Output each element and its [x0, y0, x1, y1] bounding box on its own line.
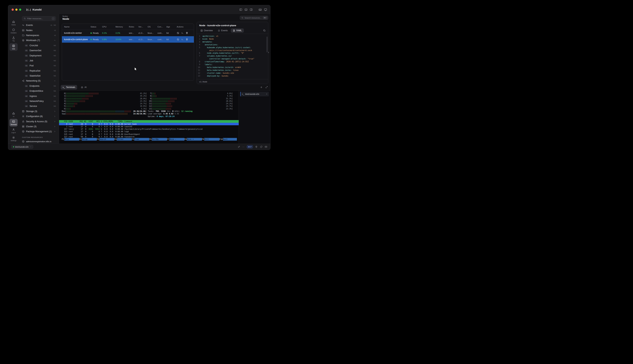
- column-header-age[interactable]: Age: [164, 26, 175, 28]
- rail-item-try[interactable]: Try: [10, 35, 18, 43]
- tab-terminals[interactable]: >_Terminals: [61, 85, 77, 90]
- sidebar-group-package-management[interactable]: Package Management (1): [19, 129, 59, 134]
- new-terminal-icon[interactable]: [260, 86, 263, 88]
- rail-item-terminal[interactable]: Terminal: [10, 119, 18, 126]
- os-value: linux...: [146, 38, 155, 40]
- function-key[interactable]: F4Filter: [114, 138, 132, 140]
- shell-icon[interactable]: [181, 38, 184, 41]
- sidebar-item-resource[interactable]: v1 EndpointSlice NS: [19, 88, 59, 94]
- function-key[interactable]: F8Nice +: [184, 138, 202, 140]
- sidebar-group-security[interactable]: Security & Access (5): [19, 119, 59, 124]
- sidebar-group-cluster[interactable]: Cluster (3): [19, 124, 59, 129]
- delete-icon[interactable]: [186, 32, 188, 34]
- table-row-worker[interactable]: kunobi-e2e-worker Ready 0.1% 3.1% wor...…: [62, 30, 194, 36]
- tag-icon[interactable]: [260, 146, 262, 148]
- column-header-version[interactable]: Ver...: [136, 26, 146, 28]
- copy-yaml-button[interactable]: [263, 29, 266, 32]
- function-key[interactable]: F6SortBy: [149, 138, 167, 140]
- sidebar-item-events[interactable]: Events v1NS: [19, 23, 59, 28]
- sidebar-item-resource[interactable]: v1 Endpoints NS: [19, 84, 59, 88]
- column-header-status[interactable]: Status: [88, 26, 100, 28]
- tab-overview[interactable]: Overview: [199, 28, 215, 33]
- cordon-icon[interactable]: [177, 38, 179, 41]
- network-icon: [22, 80, 25, 82]
- cordon-icon[interactable]: [177, 32, 179, 34]
- column-header-memory[interactable]: Memory: [113, 26, 127, 28]
- version-tag: v1: [25, 100, 28, 102]
- shell-icon[interactable]: [181, 32, 184, 34]
- detail-title: Node · kunobi-e2e-control-plane: [197, 22, 268, 28]
- close-window-button[interactable]: [12, 8, 14, 11]
- pin-icon[interactable]: [255, 146, 258, 148]
- keyboard-shortcuts-icon[interactable]: [259, 8, 262, 11]
- tab-events[interactable]: Events: [216, 28, 230, 33]
- sidebar-item-resource[interactable]: v1 Job NS: [19, 58, 59, 63]
- function-key[interactable]: F3Search: [97, 138, 114, 140]
- zoom-window-button[interactable]: [19, 8, 21, 11]
- function-key[interactable]: F1Help: [62, 138, 79, 140]
- sidebar-group-workloads[interactable]: Workloads (7): [19, 38, 59, 43]
- version-tag: v1: [25, 85, 28, 87]
- display-icon[interactable]: [264, 8, 267, 11]
- terminal-line: 5[|||||||| 10.6%] 12[|||||||||||||||||| …: [59, 105, 239, 107]
- link-icon[interactable]: [238, 146, 240, 148]
- tab-yaml[interactable]: YAML: [231, 28, 244, 33]
- sidebar-item-namespaces[interactable]: Namespaces v1: [19, 33, 59, 38]
- sidebar-item-admissionregistration[interactable]: admissionregistration.k8s.io: [19, 139, 59, 144]
- function-key[interactable]: F2Setup: [79, 138, 97, 140]
- panel-collapse-handle[interactable]: [267, 51, 270, 54]
- toggle-right-panel-icon[interactable]: [250, 8, 253, 11]
- search-input[interactable]: [245, 17, 262, 19]
- function-key[interactable]: F10Quit: [219, 138, 237, 140]
- column-header-runtime[interactable]: Con...: [155, 26, 164, 28]
- terminal-line: 2[|||||||||||||||||||| 28.0%] 9[||||||||…: [59, 97, 239, 100]
- table-row-control-plane[interactable]: kunobi-e2e-control-plane Ready 0.8% 10.6…: [62, 36, 194, 43]
- sidebar-group-networking[interactable]: Networking (5): [19, 78, 59, 83]
- rail-bottom-group: AI Terminal Log in Settings: [10, 111, 18, 142]
- expand-icon[interactable]: [265, 86, 268, 88]
- sidebar-item-resource[interactable]: v1 DaemonSet NS: [19, 48, 59, 53]
- terminal-session-tab[interactable]: >_ kind-kunobi-e2e: [240, 92, 269, 96]
- filter-input[interactable]: [27, 18, 51, 20]
- cluster-selector[interactable]: kind-kunobi-e2e: [11, 145, 33, 149]
- rail-item-clusters[interactable]: Clusters: [10, 27, 18, 35]
- function-key[interactable]: F7Nice -: [167, 138, 184, 140]
- toggle-bottom-panel-icon[interactable]: [245, 8, 247, 11]
- rail-item-home[interactable]: Home: [10, 19, 18, 27]
- sidebar-group-storage[interactable]: Storage (3): [19, 109, 59, 114]
- sidebar-item-resource[interactable]: v1 Pod NS: [19, 63, 59, 68]
- delete-icon[interactable]: [186, 38, 188, 41]
- column-header-roles[interactable]: Roles: [127, 26, 136, 28]
- rail-item-login[interactable]: Log in: [10, 127, 18, 134]
- minimize-window-button[interactable]: [15, 8, 18, 11]
- row-actions: [175, 38, 194, 41]
- column-header-cpu[interactable]: CPU: [100, 26, 113, 28]
- column-header-os[interactable]: OS: [146, 26, 155, 28]
- rail-item-settings[interactable]: Settings: [10, 135, 18, 142]
- sidebar-item-resource[interactable]: v1 Ingress NS: [19, 94, 59, 98]
- terminal-icon: [12, 120, 15, 123]
- sidebar-item-resource[interactable]: v1 ReplicaSet NS: [19, 68, 59, 73]
- function-key[interactable]: F5Tree: [132, 138, 149, 140]
- detail-tabs: Overview Events YAML: [197, 28, 268, 34]
- function-key[interactable]: F9Kill: [202, 138, 219, 140]
- yaml-scrollbar-thumb[interactable]: [267, 36, 267, 52]
- close-icon[interactable]: [266, 93, 268, 95]
- chevron-down-icon: [30, 146, 32, 148]
- yaml-viewer[interactable]: 1 apiVersion: v1 2 kind: Node 3 metadata…: [197, 34, 268, 78]
- mail-icon[interactable]: [265, 146, 267, 148]
- terminal-output[interactable]: 0[||||||||||||||||||||||||||||| 41.2%] 7…: [59, 91, 239, 144]
- sidebar-item-resource[interactable]: v1 StatefulSet NS: [19, 73, 59, 78]
- sidebar-item-nodes[interactable]: Nodes v1: [19, 28, 59, 33]
- mcp-badge[interactable]: MCP: [247, 145, 253, 148]
- column-header-name[interactable]: Name: [62, 26, 88, 28]
- rail-item-ai[interactable]: AI: [10, 111, 18, 118]
- sidebar-item-resource[interactable]: v1 Service NS: [19, 104, 59, 109]
- rail-item-k8s[interactable]: K8S: [10, 43, 18, 51]
- sidebar-item-resource[interactable]: v1 CronJob NS: [19, 43, 59, 48]
- tab-ai[interactable]: AI: [79, 85, 88, 90]
- sidebar-group-configuration[interactable]: Configuration (6): [19, 114, 59, 119]
- sidebar-item-resource[interactable]: v1 Deployment NS: [19, 53, 59, 58]
- sidebar-item-resource[interactable]: v1 NetworkPolicy NS: [19, 99, 59, 104]
- toggle-left-panel-icon[interactable]: [239, 8, 242, 11]
